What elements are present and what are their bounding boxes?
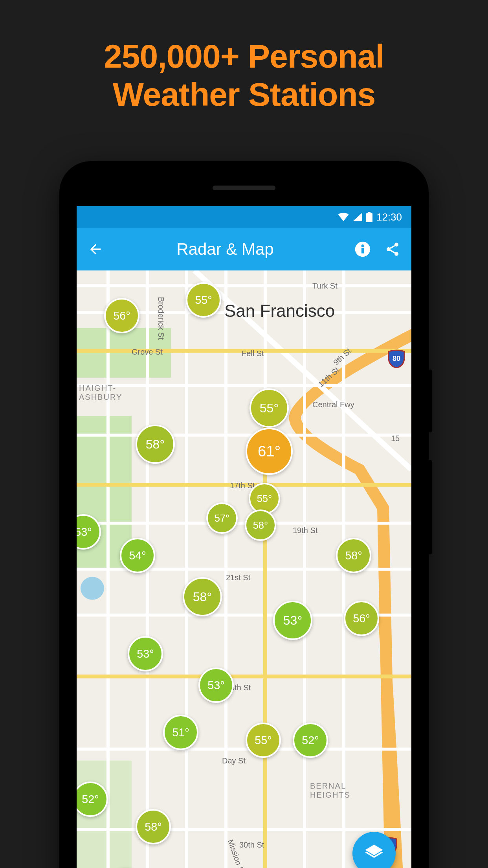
svg-point-6 [387, 247, 391, 251]
layers-icon [363, 843, 385, 864]
weather-station-marker[interactable]: 55° [246, 723, 281, 758]
svg-point-5 [394, 243, 398, 246]
wifi-icon [338, 213, 349, 221]
weather-station-marker[interactable]: 52° [293, 723, 328, 758]
share-icon [385, 241, 400, 257]
neighborhood-label: HAIGHT- ASHBURY [79, 384, 122, 402]
svg-text:80: 80 [393, 355, 400, 362]
headline-line2: Weather Stations [0, 75, 488, 114]
phone-frame: 12:30 Radar & Map [59, 161, 429, 868]
headline: 250,000+ Personal Weather Stations [0, 37, 488, 113]
svg-point-7 [394, 252, 398, 256]
weather-station-marker[interactable]: 58° [136, 809, 171, 844]
city-label: San Francisco [224, 301, 335, 321]
back-button[interactable] [86, 240, 105, 259]
weather-station-marker[interactable]: 53° [128, 636, 163, 671]
highway-shield: 80 [387, 349, 406, 368]
street-label: Central Fwy [312, 400, 354, 409]
headline-line1: 250,000+ Personal [0, 37, 488, 75]
svg-point-4 [361, 245, 364, 247]
street-label: 17th St [230, 481, 255, 490]
app-bar: Radar & Map [77, 228, 411, 270]
status-time: 12:30 [376, 211, 402, 223]
phone-speaker [213, 186, 275, 190]
weather-station-marker[interactable]: 56° [104, 298, 139, 333]
street-label: Broderick St [156, 297, 165, 340]
svg-rect-3 [361, 248, 364, 254]
weather-station-marker[interactable]: 58° [136, 425, 175, 464]
screen: 12:30 Radar & Map [77, 206, 411, 868]
street-label: Day St [222, 756, 246, 765]
street-label: Grove St [132, 348, 163, 357]
app-title: Radar & Map [108, 240, 342, 259]
weather-station-marker[interactable]: 55° [250, 388, 289, 428]
map[interactable]: San Francisco Turk StBroderick StGrove S… [77, 270, 411, 868]
street-label: 19th St [293, 526, 317, 535]
street-label: Fell St [242, 349, 264, 358]
street-label: 15 [391, 434, 400, 443]
svg-rect-0 [366, 213, 372, 222]
weather-station-marker[interactable]: 55° [249, 483, 280, 514]
svg-point-11 [81, 577, 104, 600]
arrow-left-icon [88, 241, 103, 257]
weather-station-marker[interactable]: 51° [163, 715, 198, 750]
weather-station-marker[interactable]: 58° [336, 538, 371, 573]
weather-station-marker[interactable]: 53° [198, 668, 234, 703]
neighborhood-label: BERNAL HEIGHTS [310, 782, 350, 800]
street-label: 21st St [226, 573, 250, 582]
weather-station-marker[interactable]: 58° [183, 577, 222, 616]
status-bar: 12:30 [77, 206, 411, 228]
weather-station-marker[interactable]: 53° [273, 601, 312, 640]
weather-station-marker[interactable]: 61° [246, 428, 293, 475]
info-icon [354, 241, 371, 257]
weather-station-marker[interactable]: 57° [206, 502, 238, 534]
cellular-icon [353, 213, 362, 221]
info-button[interactable] [353, 240, 372, 259]
weather-station-marker[interactable]: 55° [186, 282, 221, 318]
battery-icon [366, 212, 372, 222]
weather-station-marker[interactable]: 56° [344, 601, 379, 636]
share-button[interactable] [383, 240, 402, 259]
weather-station-marker[interactable]: 54° [120, 538, 155, 573]
street-label: 30th St [239, 840, 264, 850]
svg-rect-1 [368, 212, 371, 213]
weather-station-marker[interactable]: 58° [245, 509, 276, 541]
phone-inner: 12:30 Radar & Map [69, 171, 419, 868]
street-label: Turk St [312, 281, 338, 291]
